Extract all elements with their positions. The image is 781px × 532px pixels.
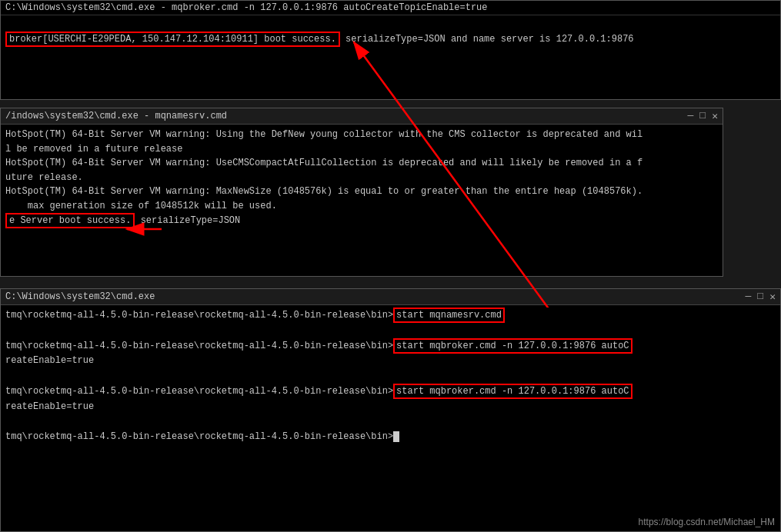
maximize-icon[interactable]: □ <box>699 110 706 122</box>
broker-line1: broker[USERCHI-E29PEDA, 150.147.12.104:1… <box>5 32 634 47</box>
cmd-content: tmq\rocketmq-all-4.5.0-bin-release\rocke… <box>1 305 780 464</box>
broker-content: broker[USERCHI-E29PEDA, 150.147.12.104:1… <box>1 15 780 63</box>
close-icon[interactable]: ✕ <box>712 110 718 122</box>
cmd-maximize-icon[interactable]: □ <box>757 291 763 303</box>
cmd-close-icon[interactable]: ✕ <box>769 291 776 303</box>
broker-window: C:\Windows\system32\cmd.exe - mqbroker.c… <box>0 0 781 100</box>
namesrv-controls: — □ ✕ <box>688 110 718 122</box>
broker-titlebar: C:\Windows\system32\cmd.exe - mqbroker.c… <box>1 1 780 15</box>
cmd-cmd1-highlight: start mqnamesrv.cmd <box>393 308 505 323</box>
cmd-cmd3-highlight: start mqbroker.cmd -n 127.0.0.1:9876 aut… <box>393 384 632 399</box>
cmd-cmd2-highlight: start mqbroker.cmd -n 127.0.0.1:9876 aut… <box>393 338 632 354</box>
broker-boot-highlight: broker[USERCHI-E29PEDA, 150.147.12.104:1… <box>5 32 340 47</box>
namesrv-boot-highlight: e Server boot success. <box>5 213 135 228</box>
cursor <box>393 431 399 442</box>
broker-title-text: C:\Windows\system32\cmd.exe - mqbroker.c… <box>5 2 488 13</box>
namesrv-window: /indows\system32\cmd.exe - mqnamesrv.cmd… <box>0 108 723 277</box>
cmd-titlebar: C:\Windows\system32\cmd.exe — □ ✕ <box>1 289 780 305</box>
namesrv-content: HotSpot(TM) 64-Bit Server VM warning: Us… <box>1 125 723 245</box>
namesrv-title-text: /indows\system32\cmd.exe - mqnamesrv.cmd <box>5 111 227 121</box>
cmd-minimize-icon[interactable]: — <box>746 291 752 303</box>
cmd-controls: — □ ✕ <box>746 291 776 303</box>
cmd-title-text: C:\Windows\system32\cmd.exe <box>5 291 155 302</box>
namesrv-titlebar: /indows\system32\cmd.exe - mqnamesrv.cmd… <box>1 108 723 125</box>
url-bar: https://blog.csdn.net/Michael_HM <box>639 517 775 527</box>
minimize-icon[interactable]: — <box>688 110 694 122</box>
cmd-window: C:\Windows\system32\cmd.exe — □ ✕ tmq\ro… <box>0 288 781 532</box>
